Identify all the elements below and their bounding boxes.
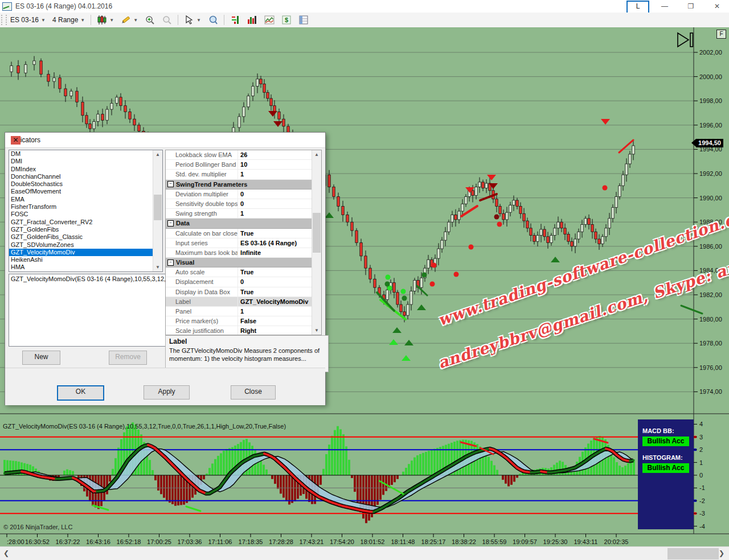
property-row[interactable]: Period Bollinger Band10 xyxy=(166,160,312,170)
chart-trader-button[interactable] xyxy=(261,14,278,26)
indicator-list-item[interactable]: FisherTransform xyxy=(9,203,162,211)
horizontal-scrollbar[interactable]: ❮ ❯ xyxy=(0,546,729,560)
zoom-in-button[interactable] xyxy=(141,14,158,26)
property-value[interactable]: 1 xyxy=(238,307,312,316)
scroll-right-icon[interactable]: ❯ xyxy=(719,549,724,557)
candle-body xyxy=(420,278,423,287)
scroll-up-icon[interactable]: ▲ xyxy=(312,150,321,159)
zoom-out-button[interactable] xyxy=(158,14,175,26)
indicator-list[interactable]: DMDMIDMIndexDonchianChannelDoubleStochas… xyxy=(9,150,163,272)
scroll-down-icon[interactable]: ▼ xyxy=(312,326,321,335)
scroll-up-icon[interactable]: ▲ xyxy=(153,150,162,159)
collapse-icon[interactable]: − xyxy=(167,220,174,227)
dialog-close-icon[interactable]: ✕ xyxy=(11,136,21,145)
account-button[interactable]: $ xyxy=(278,14,295,26)
candle-body xyxy=(129,112,131,119)
property-row[interactable]: Sensitivity double tops0 xyxy=(166,199,312,209)
indicator-list-item[interactable]: GZT_Fractal_Converter_RV2 xyxy=(9,219,162,226)
property-value[interactable]: ES 03-16 (4 Range) xyxy=(238,238,312,248)
bar-spacing-button[interactable] xyxy=(227,14,244,26)
property-row[interactable]: Std. dev. multiplier1 xyxy=(166,170,312,179)
chart-style-button[interactable]: ▼ xyxy=(93,14,117,26)
property-value[interactable]: True xyxy=(238,287,312,297)
scroll-thumb[interactable] xyxy=(313,213,321,253)
scroll-thumb[interactable] xyxy=(154,195,162,220)
new-button[interactable]: New xyxy=(22,351,60,365)
indicator-list-item[interactable]: EaseOfMovement xyxy=(9,188,162,195)
property-value[interactable]: Right xyxy=(238,326,312,335)
list-scrollbar[interactable]: ▲ ▼ xyxy=(153,150,162,271)
property-row[interactable]: Maximum bars look baInfinite xyxy=(166,248,312,258)
indicator-list-item[interactable]: GZT_GoldenFibs xyxy=(9,226,162,233)
crosshair-button[interactable] xyxy=(204,14,222,26)
price-axis-label: 1982,00 xyxy=(699,291,722,298)
indicator-list-item[interactable]: EMA xyxy=(9,196,162,203)
property-value[interactable]: 0 xyxy=(238,199,312,208)
property-row[interactable]: Calculate on bar closeTrue xyxy=(166,229,312,238)
property-value[interactable]: Infinite xyxy=(238,248,312,257)
drawing-tools-button[interactable]: ▼ xyxy=(117,14,141,26)
apply-button[interactable]: Apply xyxy=(144,385,190,400)
indicator-list-item[interactable]: DM xyxy=(9,150,162,158)
dialog-titlebar[interactable]: Indicators ✕ xyxy=(5,133,325,148)
toolbar-grip[interactable] xyxy=(1,15,7,25)
indicator-list-item[interactable]: DoubleStochastics xyxy=(9,180,162,188)
property-row[interactable]: Auto scaleTrue xyxy=(166,267,312,277)
property-group-header[interactable]: −Visual xyxy=(166,258,312,267)
indicator-list-item[interactable]: DMI xyxy=(9,158,162,165)
indicator-list-item[interactable]: DonchianChannel xyxy=(9,173,162,180)
indicator-list-item[interactable]: HeikenAshi xyxy=(9,256,162,263)
property-value[interactable]: False xyxy=(238,316,312,326)
property-row[interactable]: Lookback slow EMA26 xyxy=(166,150,312,160)
applied-indicator-item[interactable]: GZT_VelocityMomoDiv(ES 03-16 (4 Range),1… xyxy=(11,275,166,282)
cursor-mode-button[interactable]: ▼ xyxy=(181,14,204,26)
scroll-down-icon[interactable]: ▼ xyxy=(153,263,162,271)
data-grid-button[interactable] xyxy=(295,14,312,26)
minimize-button[interactable]: — xyxy=(652,0,678,13)
applied-indicators-box[interactable]: GZT_VelocityMomoDiv(ES 03-16 (4 Range),1… xyxy=(9,274,166,347)
property-value[interactable]: 26 xyxy=(238,150,312,159)
instrument-selector[interactable]: ES 03-16 ▼ xyxy=(7,14,49,26)
period-selector[interactable]: 4 Range ▼ xyxy=(49,14,88,26)
property-row[interactable]: Scale justificationRight xyxy=(166,326,312,335)
scroll-thumb[interactable] xyxy=(667,548,719,559)
property-value[interactable]: 1 xyxy=(238,170,312,179)
property-value[interactable]: True xyxy=(238,267,312,277)
restore-button[interactable]: ❐ xyxy=(678,0,704,13)
remove-button[interactable]: Remove xyxy=(109,351,147,365)
property-value[interactable]: 0 xyxy=(238,190,312,199)
property-row[interactable]: Input seriesES 03-16 (4 Range) xyxy=(166,238,312,248)
collapse-icon[interactable]: − xyxy=(167,181,174,187)
price-axis-label: 1974,00 xyxy=(699,388,722,395)
property-value[interactable]: GZT_VelocityMomoDiv xyxy=(238,297,312,306)
property-value[interactable]: 10 xyxy=(238,160,312,169)
toolbar-separator xyxy=(91,15,91,25)
property-row[interactable]: Deviation multiplier0 xyxy=(166,190,312,199)
property-row[interactable]: Swing strength1 xyxy=(166,209,312,219)
indicator-list-item[interactable]: DMIndex xyxy=(9,166,162,173)
indicator-list-item[interactable]: GZT_SDVolumeZones xyxy=(9,241,162,249)
property-group-header[interactable]: −SwingTrend Parameters xyxy=(166,180,312,190)
indicator-list-item[interactable]: GZT_VelocityMomoDiv xyxy=(9,249,162,256)
property-grid[interactable]: Lookback slow EMA26Period Bollinger Band… xyxy=(165,150,322,335)
property-scrollbar[interactable]: ▲ ▼ xyxy=(312,150,321,335)
indicator-list-item[interactable]: GZT_GoldenFibs_Classic xyxy=(9,233,162,241)
property-row[interactable]: Panel1 xyxy=(166,307,312,316)
indicator-list-item[interactable]: FOSC xyxy=(9,211,162,218)
property-value[interactable]: 0 xyxy=(238,277,312,286)
volume-button[interactable] xyxy=(244,14,261,26)
property-row[interactable]: Displacement0 xyxy=(166,277,312,287)
collapse-icon[interactable]: − xyxy=(167,260,174,266)
close-button-dialog[interactable]: Close xyxy=(231,385,276,400)
close-button[interactable]: ✕ xyxy=(704,0,729,13)
property-value[interactable]: True xyxy=(238,229,312,238)
f-button[interactable]: F xyxy=(716,30,726,39)
property-value[interactable]: 1 xyxy=(238,209,312,218)
property-row[interactable]: LabelGZT_VelocityMomoDiv xyxy=(166,297,312,307)
property-row[interactable]: Price marker(s)False xyxy=(166,316,312,326)
property-group-header[interactable]: −Data xyxy=(166,219,312,228)
property-row[interactable]: Display in Data BoxTrue xyxy=(166,287,312,297)
ok-button[interactable]: OK xyxy=(57,385,104,401)
scroll-left-icon[interactable]: ❮ xyxy=(3,549,9,557)
indicator-list-item[interactable]: HMA xyxy=(9,263,162,271)
